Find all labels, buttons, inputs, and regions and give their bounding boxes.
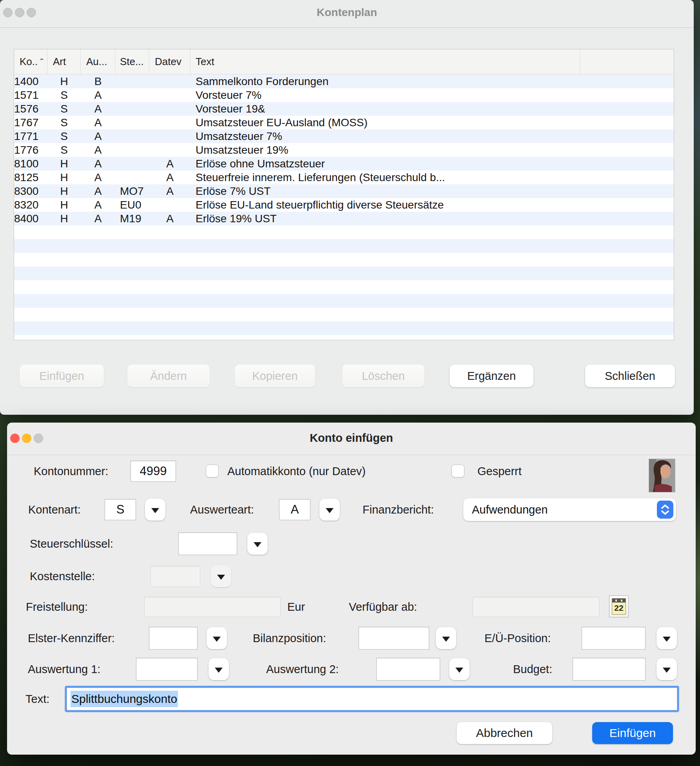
popup-updown-icon bbox=[657, 501, 673, 519]
automatikkonto-checkbox[interactable] bbox=[206, 465, 219, 477]
chevron-down-icon bbox=[215, 668, 223, 673]
column-header[interactable]: Text bbox=[190, 49, 580, 74]
text-input[interactable]: Splittbuchungskonto bbox=[65, 686, 679, 712]
auswertung2-label: Auswertung 2: bbox=[266, 659, 339, 680]
eue-position-label: E/Ü-Position: bbox=[484, 628, 551, 649]
auswerteart-input[interactable]: A bbox=[279, 499, 310, 520]
eur-unit-label: Eur bbox=[287, 596, 305, 617]
desktop: Kontenplan Ko..ˆArtAu...Ste...DatevText … bbox=[0, 0, 700, 766]
kostenstelle-dropdown-button[interactable] bbox=[211, 565, 231, 587]
calendar-icon: 22 bbox=[612, 598, 626, 615]
auswerteart-dropdown-button[interactable] bbox=[319, 499, 340, 521]
kontenplan-titlebar[interactable]: Kontenplan bbox=[0, 0, 694, 28]
table-row[interactable]: 8100HAAErlöse ohne Umsatzsteuer bbox=[14, 157, 674, 171]
schliessen-button[interactable]: Schließen bbox=[585, 365, 675, 387]
kontenart-dropdown-button[interactable] bbox=[145, 499, 165, 521]
column-header[interactable]: Art bbox=[47, 49, 81, 74]
table-row[interactable]: 1771SAUmsatzsteuer 7% bbox=[14, 129, 674, 143]
abbrechen-button[interactable]: Abbrechen bbox=[457, 722, 552, 744]
kontenplan-window: Kontenplan Ko..ˆArtAu...Ste...DatevText … bbox=[0, 0, 694, 415]
table-row-empty bbox=[14, 308, 674, 321]
auswertung1-label: Auswertung 1: bbox=[28, 659, 100, 680]
kopieren-button: Kopieren bbox=[235, 365, 315, 387]
table-row[interactable]: 1767SAUmsatzsteuer EU-Ausland (MOSS) bbox=[14, 116, 674, 129]
finanzbericht-label: Finanzbericht: bbox=[363, 499, 434, 520]
table-row[interactable]: 8125HAASteuerfreie innerem. Lieferungen … bbox=[14, 171, 674, 184]
chevron-down-icon bbox=[663, 668, 671, 673]
loeschen-button: Löschen bbox=[342, 365, 424, 387]
accounts-table: Ko..ˆArtAu...Ste...DatevText 1400HBSamme… bbox=[14, 49, 674, 340]
bilanzposition-input[interactable] bbox=[359, 627, 429, 650]
freistellung-label: Freistellung: bbox=[26, 596, 88, 617]
avatar bbox=[649, 459, 675, 492]
konto-einfuegen-dialog: Konto einfügen Kontonummer: 4999 Automat… bbox=[7, 423, 696, 755]
chevron-down-icon bbox=[326, 508, 334, 513]
steuerschluessel-label: Steuerschlüssel: bbox=[30, 533, 113, 554]
elster-dropdown-button[interactable] bbox=[207, 627, 227, 649]
table-row-empty bbox=[14, 267, 674, 280]
table-row-empty bbox=[14, 294, 674, 308]
table-row[interactable]: 8320HAEU0Erlöse EU-Land steuerpflichtig … bbox=[14, 198, 674, 212]
table-header: Ko..ˆArtAu...Ste...DatevText bbox=[14, 49, 674, 74]
column-header[interactable] bbox=[580, 49, 674, 74]
budget-input[interactable] bbox=[573, 658, 646, 681]
table-row-empty bbox=[14, 239, 674, 253]
table-row[interactable]: 8400HAM19AErlöse 19% UST bbox=[14, 212, 674, 225]
column-header[interactable]: Ste... bbox=[115, 49, 149, 74]
aendern-button: Ändern bbox=[127, 365, 210, 387]
selected-text: Splittbuchungskonto bbox=[71, 691, 178, 707]
table-row-empty bbox=[14, 225, 674, 239]
kontenart-input[interactable]: S bbox=[105, 499, 136, 520]
finanzbericht-select[interactable]: Aufwendungen bbox=[463, 498, 676, 521]
table-row-empty bbox=[14, 253, 674, 267]
auswertung2-dropdown-button[interactable] bbox=[449, 658, 470, 680]
eue-position-input[interactable] bbox=[582, 627, 646, 650]
kontenart-label: Kontenart: bbox=[28, 499, 81, 520]
freistellung-input bbox=[144, 597, 281, 617]
table-row-empty bbox=[14, 321, 674, 335]
elster-kennziffer-input[interactable] bbox=[149, 627, 198, 650]
ergaenzen-button[interactable]: Ergänzen bbox=[450, 365, 533, 387]
elster-kennziffer-label: Elster-Kennziffer: bbox=[28, 628, 115, 649]
table-row[interactable]: 1576SAVorsteuer 19& bbox=[14, 102, 674, 116]
budget-label: Budget: bbox=[513, 659, 552, 680]
auswertung1-dropdown-button[interactable] bbox=[209, 658, 229, 680]
column-header[interactable]: Ko..ˆ bbox=[14, 49, 47, 74]
table-row-empty bbox=[14, 280, 674, 294]
auswerteart-label: Auswerteart: bbox=[190, 499, 254, 520]
table-row[interactable]: 1571SAVorsteuer 7% bbox=[14, 88, 674, 102]
text-label: Text: bbox=[25, 688, 49, 710]
steuerschluessel-dropdown-button[interactable] bbox=[247, 533, 268, 555]
chevron-down-icon bbox=[663, 637, 671, 642]
verfuegbar-ab-input bbox=[473, 597, 599, 617]
column-header[interactable]: Datev bbox=[149, 49, 190, 74]
auswertung1-input[interactable] bbox=[136, 658, 198, 681]
verfuegbar-ab-label: Verfügbar ab: bbox=[349, 596, 417, 617]
bilanzposition-label: Bilanzposition: bbox=[253, 628, 326, 649]
kostenstelle-label: Kostenstelle: bbox=[30, 566, 95, 587]
chevron-down-icon bbox=[442, 637, 450, 642]
kontonummer-label: Kontonummer: bbox=[34, 461, 108, 482]
steuerschluessel-input[interactable] bbox=[178, 532, 237, 555]
chevron-down-icon bbox=[217, 575, 225, 580]
einfuegen-button: Einfügen bbox=[20, 365, 104, 387]
table-row[interactable]: 1776SAUmsatzsteuer 19% bbox=[14, 143, 674, 157]
chevron-down-icon bbox=[151, 508, 159, 513]
table-body: 1400HBSammelkonto Forderungen1571SAVorst… bbox=[14, 74, 674, 340]
kontonummer-input[interactable]: 4999 bbox=[131, 461, 176, 482]
column-header[interactable]: Au... bbox=[81, 49, 115, 74]
bilanzposition-dropdown-button[interactable] bbox=[436, 627, 456, 649]
sort-ascending-icon: ˆ bbox=[40, 56, 44, 69]
einfuegen-primary-button[interactable]: Einfügen bbox=[592, 722, 673, 744]
gesperrt-checkbox[interactable] bbox=[452, 465, 464, 477]
eue-position-dropdown-button[interactable] bbox=[656, 627, 677, 649]
dialog-titlebar[interactable]: Konto einfügen bbox=[7, 423, 696, 455]
auswertung2-input[interactable] bbox=[376, 658, 440, 681]
table-row[interactable]: 8300HAMO7AErlöse 7% UST bbox=[14, 184, 674, 198]
gesperrt-label: Gesperrt bbox=[477, 461, 522, 482]
table-row[interactable]: 1400HBSammelkonto Forderungen bbox=[14, 74, 674, 88]
window-title: Kontenplan bbox=[0, 0, 694, 27]
table-row-empty bbox=[14, 335, 674, 340]
calendar-picker-button[interactable]: 22 bbox=[609, 595, 629, 617]
budget-dropdown-button[interactable] bbox=[656, 658, 677, 680]
